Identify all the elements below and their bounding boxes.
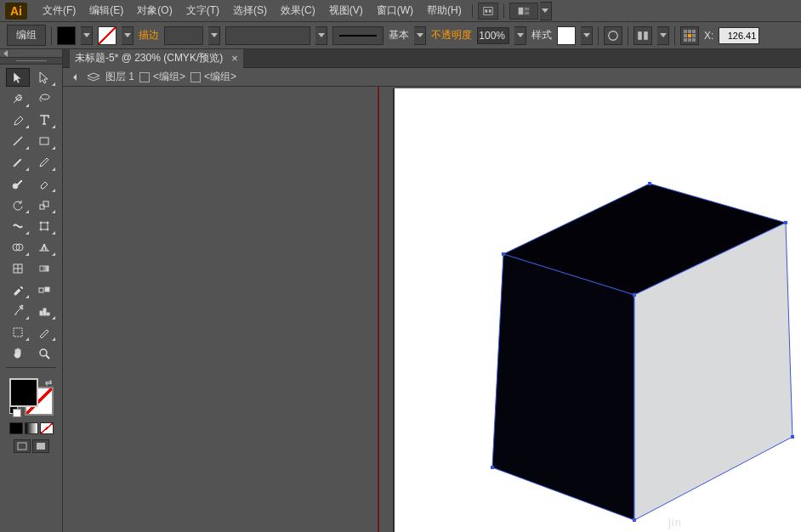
svg-rect-31 bbox=[43, 308, 46, 315]
svg-rect-46 bbox=[633, 518, 636, 522]
svg-point-15 bbox=[40, 222, 42, 224]
menu-view[interactable]: 视图(V) bbox=[322, 0, 370, 21]
color-mode-none[interactable] bbox=[40, 422, 54, 434]
bridge-icon[interactable] bbox=[478, 3, 498, 20]
mesh-tool[interactable] bbox=[6, 259, 30, 278]
artboard-edge-guide bbox=[378, 87, 379, 532]
artboard-tool[interactable] bbox=[6, 323, 30, 342]
swap-fill-stroke-icon[interactable]: ⇄ bbox=[45, 378, 52, 388]
stroke-dropdown[interactable] bbox=[122, 26, 134, 45]
canvas[interactable]: jin bbox=[63, 87, 801, 532]
column-graph-tool[interactable] bbox=[32, 302, 56, 320]
graphic-style-dropdown[interactable] bbox=[581, 26, 593, 45]
menu-select[interactable]: 选择(S) bbox=[226, 0, 274, 21]
lasso-tool[interactable] bbox=[32, 89, 56, 108]
pen-tool[interactable] bbox=[6, 110, 30, 129]
separator bbox=[503, 4, 504, 18]
menu-help[interactable]: 帮助(H) bbox=[420, 0, 469, 21]
shape-builder-tool[interactable] bbox=[6, 238, 30, 257]
breadcrumb-group-1[interactable]: <编组> bbox=[139, 70, 185, 84]
color-mode-solid[interactable] bbox=[9, 422, 23, 434]
slice-tool[interactable] bbox=[32, 323, 56, 342]
fill-dropdown[interactable] bbox=[81, 26, 93, 45]
brush-tool[interactable] bbox=[6, 153, 30, 172]
menu-effect[interactable]: 效果(C) bbox=[274, 0, 322, 21]
symbol-sprayer-tool[interactable] bbox=[6, 302, 30, 320]
free-transform-tool[interactable] bbox=[32, 217, 56, 235]
eyedropper-tool[interactable] bbox=[6, 280, 30, 299]
stroke-profile-dropdown[interactable] bbox=[414, 26, 426, 45]
screen-mode-icon[interactable] bbox=[32, 439, 49, 453]
graphic-style-swatch[interactable] bbox=[557, 26, 576, 45]
stroke-weight-field[interactable] bbox=[164, 26, 203, 45]
menu-file[interactable]: 文件(F) bbox=[36, 0, 82, 21]
opacity-label[interactable]: 不透明度 bbox=[431, 28, 472, 42]
blob-brush-tool[interactable] bbox=[6, 174, 30, 193]
default-fill-stroke-icon[interactable] bbox=[9, 405, 21, 417]
svg-marker-39 bbox=[492, 254, 634, 520]
breadcrumb-layer[interactable]: 图层 1 bbox=[105, 70, 134, 84]
stroke-weight-dropdown[interactable] bbox=[208, 26, 220, 45]
stroke-label[interactable]: 描边 bbox=[139, 28, 159, 42]
recolor-icon[interactable] bbox=[604, 26, 622, 45]
workspace: ⇄ 未标题-5* @ 230% (CMYK/预览) × 图层 1 bbox=[0, 49, 801, 532]
svg-rect-4 bbox=[524, 7, 529, 10]
fill-stroke-control[interactable]: ⇄ bbox=[8, 376, 55, 417]
opacity-dropdown[interactable] bbox=[514, 26, 526, 45]
direct-selection-tool[interactable] bbox=[32, 68, 56, 87]
breadcrumb-group-2[interactable]: <编组> bbox=[190, 70, 236, 84]
line-tool[interactable] bbox=[6, 132, 30, 150]
menu-window[interactable]: 窗口(W) bbox=[370, 0, 420, 21]
svg-rect-7 bbox=[639, 31, 642, 39]
brush-def-dropdown[interactable] bbox=[315, 26, 327, 45]
zoom-tool[interactable] bbox=[32, 344, 56, 363]
artboard bbox=[395, 88, 801, 532]
draw-mode-icon[interactable] bbox=[14, 439, 31, 453]
svg-rect-42 bbox=[648, 182, 651, 185]
svg-rect-24 bbox=[40, 266, 48, 271]
tools-panel: ⇄ bbox=[0, 49, 63, 532]
menu-object[interactable]: 对象(O) bbox=[130, 0, 179, 21]
perspective-grid-tool[interactable] bbox=[32, 238, 56, 257]
align-icon[interactable] bbox=[633, 26, 652, 45]
fill-swatch[interactable] bbox=[57, 26, 76, 45]
stroke-swatch[interactable] bbox=[98, 26, 116, 45]
document-tab[interactable]: 未标题-5* @ 230% (CMYK/预览) × bbox=[70, 49, 243, 68]
magic-wand-tool[interactable] bbox=[6, 89, 30, 108]
fill-box[interactable] bbox=[9, 378, 38, 407]
arrange-docs-icon[interactable] bbox=[509, 3, 538, 20]
width-tool[interactable] bbox=[6, 217, 30, 235]
isolation-breadcrumb: 图层 1 <编组> <编组> bbox=[63, 68, 801, 87]
rotate-tool[interactable] bbox=[6, 195, 30, 214]
align-dropdown[interactable] bbox=[657, 26, 669, 45]
gradient-tool[interactable] bbox=[32, 259, 56, 278]
stroke-profile-preview[interactable] bbox=[332, 26, 383, 45]
panel-collapse-icon[interactable] bbox=[0, 49, 62, 58]
close-tab-icon[interactable]: × bbox=[231, 52, 238, 65]
x-value-field[interactable]: 126.41 bbox=[719, 27, 759, 44]
opacity-field[interactable]: 100% bbox=[477, 27, 509, 44]
svg-point-29 bbox=[21, 305, 23, 307]
blend-tool[interactable] bbox=[32, 280, 56, 299]
breadcrumb-back-icon[interactable] bbox=[68, 71, 82, 84]
type-tool[interactable] bbox=[32, 110, 56, 129]
eraser-tool[interactable] bbox=[32, 174, 56, 193]
arrange-docs-dropdown[interactable] bbox=[540, 2, 552, 20]
scale-tool[interactable] bbox=[32, 195, 56, 214]
color-mode-gradient[interactable] bbox=[25, 422, 38, 434]
svg-rect-36 bbox=[18, 443, 26, 450]
selection-tool[interactable] bbox=[6, 68, 30, 87]
menu-type[interactable]: 文字(T) bbox=[179, 0, 226, 21]
transform-anchor-icon[interactable] bbox=[680, 26, 699, 45]
svg-rect-2 bbox=[489, 9, 491, 13]
panel-grip[interactable] bbox=[0, 58, 62, 65]
brush-def-field[interactable] bbox=[225, 26, 310, 45]
svg-rect-14 bbox=[41, 223, 48, 229]
rectangle-tool[interactable] bbox=[32, 132, 56, 150]
layers-icon bbox=[87, 71, 100, 83]
menu-edit[interactable]: 编辑(E) bbox=[82, 0, 130, 21]
document-tab-title: 未标题-5* @ 230% (CMYK/预览) bbox=[75, 51, 223, 65]
menu-bar: Ai 文件(F) 编辑(E) 对象(O) 文字(T) 选择(S) 效果(C) 视… bbox=[0, 0, 801, 22]
pencil-tool[interactable] bbox=[32, 153, 56, 172]
hand-tool[interactable] bbox=[6, 344, 30, 363]
